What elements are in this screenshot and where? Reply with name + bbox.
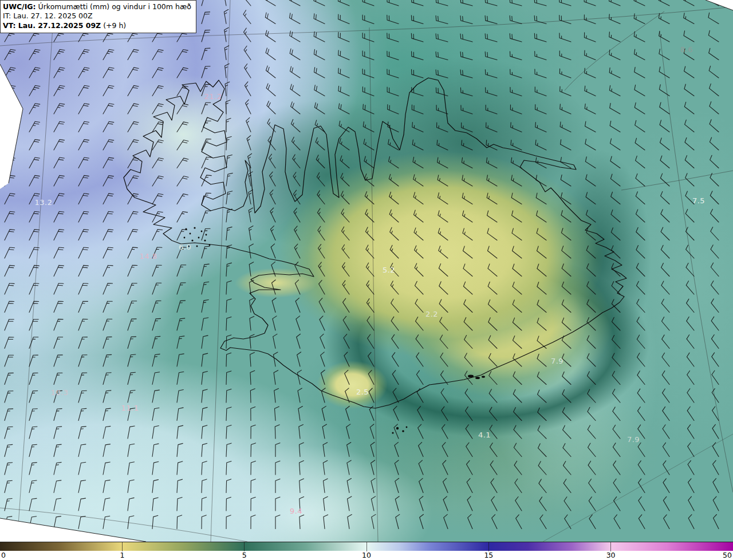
model-id: UWC/IG: bbox=[3, 2, 36, 11]
colorbar-tick-label: 30 bbox=[606, 551, 616, 559]
forecast-map: 13.221.214.86.08.67.55.22.22.57.94.17.91… bbox=[0, 0, 733, 542]
islands bbox=[184, 227, 485, 433]
colorbar-tick-label: 1 bbox=[120, 551, 124, 559]
colorbar-tick-label: 15 bbox=[484, 551, 493, 559]
colorbar-tick bbox=[122, 542, 123, 551]
graticule-lines bbox=[0, 0, 733, 542]
colorbar-tick-label: 50 bbox=[723, 551, 732, 559]
title-line-init: IT: Lau. 27. 12. 2025 00Z bbox=[3, 11, 191, 21]
colorbar-gradient bbox=[0, 542, 733, 551]
map-overlay-svg bbox=[0, 0, 733, 542]
colorbar-tick bbox=[488, 542, 489, 551]
weather-map-viewport: 13.221.214.86.08.67.55.22.22.57.94.17.91… bbox=[0, 0, 733, 560]
title-line-product: UWC/IG: Úrkomumætti (mm) og vindur i 100… bbox=[3, 2, 191, 11]
title-line-valid: VT: Lau. 27.12.2025 09Z (+9 h) bbox=[3, 21, 191, 30]
wind-barbs-layer bbox=[5, 0, 719, 529]
colorbar-tick bbox=[244, 542, 245, 551]
colorbar-tick-label: 10 bbox=[362, 551, 371, 559]
title-box: UWC/IG: Úrkomumætti (mm) og vindur i 100… bbox=[0, 0, 196, 33]
colorbar-tick-label: 5 bbox=[242, 551, 247, 559]
map-neatline bbox=[0, 0, 733, 542]
colorbar: 01510153050 bbox=[0, 542, 733, 560]
colorbar-tick bbox=[366, 542, 367, 551]
colorbar-tick-label: 0 bbox=[1, 551, 6, 559]
colorbar-tick bbox=[610, 542, 611, 551]
